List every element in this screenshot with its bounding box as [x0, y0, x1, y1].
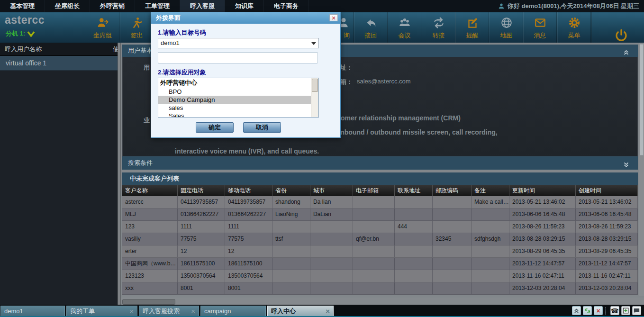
table-row[interactable]: vasiliy7757577575ttsfqf@er.bn32345sdfghs…	[122, 233, 638, 245]
tab-呼入中心[interactable]: 呼入中心×	[267, 306, 334, 316]
toolbar-button-map[interactable]: 地图	[490, 12, 523, 43]
extension-selector[interactable]: 分机 1:	[6, 29, 35, 38]
cell: 2013-08-29 06:45:35	[509, 245, 576, 257]
cell	[395, 270, 433, 282]
app-list-item[interactable]: Sales	[158, 112, 311, 118]
cell: 2013-11-16 02:47:11	[576, 270, 638, 282]
toolbar-button-menu[interactable]: 菜单	[557, 12, 591, 43]
number-input[interactable]	[158, 52, 318, 63]
close-icon[interactable]: ×	[326, 307, 330, 316]
cell	[353, 270, 395, 282]
table-row[interactable]: MLJ013664262227013664262227LiaoNingDaLia…	[122, 208, 638, 221]
menu-item-7[interactable]: 电子商务	[264, 0, 309, 12]
cell: 12	[225, 245, 272, 257]
menu-item-6[interactable]: 知识库	[225, 0, 264, 12]
app-list-item[interactable]: BPO	[158, 88, 311, 96]
table-row[interactable]: erter12122013-08-29 06:45:352013-08-29 0…	[122, 245, 638, 258]
target-number-select[interactable]: demo1	[158, 38, 319, 48]
app-list-item[interactable]: Demo Campaign	[158, 96, 311, 104]
toolbar-button-message[interactable]: 消息	[523, 12, 557, 43]
menu-item-1[interactable]: 基本管理	[0, 0, 45, 12]
listbox-scrollbar[interactable]	[311, 78, 318, 117]
cell	[433, 208, 472, 220]
cell: 2013-08-28 03:29:15	[509, 233, 576, 245]
tab-label: demo1	[4, 307, 23, 316]
add-icon[interactable]	[621, 306, 630, 315]
customer-list-title: 中未完成客户列表	[122, 172, 638, 185]
map-icon	[500, 17, 513, 29]
ok-button[interactable]: 确定	[196, 122, 234, 133]
cell: Make a call ...	[472, 196, 509, 208]
close-icon[interactable]: ✕	[329, 14, 338, 21]
step2-label: 2.请选择应用对象	[158, 68, 334, 77]
application-listbox[interactable]: 外呼营销中心BPODemo CampaignsalesSales	[158, 78, 319, 118]
close-icon[interactable]: ×	[191, 307, 195, 316]
cell: 8001	[178, 282, 225, 294]
menu-item-3[interactable]: 外呼营销	[90, 0, 135, 12]
cell	[353, 196, 395, 208]
dialer-modal: 外拨界面 ✕ 1.请输入目标号码 demo1 2.请选择应用对象 外呼营销中心B…	[151, 12, 341, 138]
tab-demo1[interactable]: demo1	[0, 306, 65, 316]
cell: 12	[178, 245, 225, 257]
cell	[433, 282, 472, 294]
app-list-group[interactable]: 外呼营销中心	[158, 78, 311, 88]
close-red-icon[interactable]: ×	[594, 306, 603, 315]
table-row[interactable]: 12312313500370564135003705642013-11-16 0…	[122, 270, 638, 282]
cell	[395, 208, 433, 220]
cell	[472, 282, 509, 294]
cell	[272, 245, 310, 257]
table-row[interactable]: astercc041139735857041139735857shandongD…	[122, 196, 638, 208]
collapse-up-icon[interactable]	[572, 306, 581, 315]
sidebar-item[interactable]: virtual office 1	[0, 56, 118, 71]
application-list: 外呼营销中心BPODemo CampaignsalesSales	[158, 78, 311, 118]
main-vertical-scrollbar[interactable]	[639, 43, 644, 296]
comment-icon[interactable]	[632, 306, 641, 315]
toolbar-button-agent-group[interactable]: 坐席组	[86, 12, 119, 43]
tab-我的工单[interactable]: 我的工单×	[66, 306, 137, 316]
phone-icon[interactable]: ☎	[610, 306, 619, 315]
cell	[353, 258, 395, 270]
tab-呼入客服搜索[interactable]: 呼入客服搜索×	[139, 306, 199, 316]
cell	[395, 196, 433, 208]
menu-item-4[interactable]: 工单管理	[135, 0, 180, 12]
toolbar-button-retrieve[interactable]: 接回	[354, 12, 388, 43]
scrollbar-thumb[interactable]	[312, 79, 318, 92]
cell: 2013-12-03 20:28:04	[509, 282, 576, 294]
power-button[interactable]	[614, 28, 628, 43]
scrollbar-thumb[interactable]	[122, 299, 175, 305]
cell: 1111	[225, 221, 272, 233]
toolbar-button-remind[interactable]: 提醒	[455, 12, 489, 43]
chevron-down-icon[interactable]	[27, 31, 35, 37]
cell: 013664262227	[178, 208, 225, 220]
cancel-button[interactable]: 取消	[243, 122, 281, 133]
toolbar-button-transfer[interactable]: 转接	[422, 12, 455, 43]
toolbar-button-label: 消息	[534, 31, 546, 40]
cell	[472, 258, 509, 270]
scrollbar-thumb[interactable]	[640, 44, 644, 155]
menu-item-5[interactable]: 呼入客服	[180, 0, 225, 12]
expand-down-icon[interactable]	[623, 159, 629, 172]
cell: 2013-05-21 13:46:02	[509, 196, 576, 208]
cell	[433, 245, 472, 257]
cell: 013664262227	[225, 208, 272, 220]
cell	[433, 270, 472, 282]
menu-item-2[interactable]: 坐席组长	[45, 0, 90, 12]
table-row[interactable]: 123111111114442013-08-26 11:59:232013-08…	[122, 221, 638, 233]
cell: 2013-06-06 16:45:48	[509, 208, 576, 220]
table-row[interactable]: xxx800180012013-12-03 20:28:042013-12-03…	[122, 282, 638, 295]
toolbar-button-sign-out[interactable]: 签出	[120, 12, 154, 43]
refresh-icon[interactable]	[583, 306, 592, 315]
tab-label: campaign	[204, 307, 231, 316]
panel-splitter[interactable]	[118, 43, 121, 305]
app-list-item[interactable]: sales	[158, 104, 311, 112]
main-horizontal-scrollbar[interactable]	[121, 298, 644, 305]
toolbar-button-conference[interactable]: 会议	[388, 12, 421, 43]
close-icon[interactable]: ×	[129, 307, 134, 316]
search-header[interactable]: 搜索条件	[122, 156, 638, 170]
tab-campaign[interactable]: campaign	[200, 306, 266, 316]
cell	[272, 270, 310, 282]
cell: 8001	[225, 282, 272, 294]
cell	[353, 221, 395, 233]
column-header: 移动电话	[225, 185, 272, 196]
table-row[interactable]: 中国商网（www.biz...1861157510018611575100201…	[122, 258, 638, 270]
